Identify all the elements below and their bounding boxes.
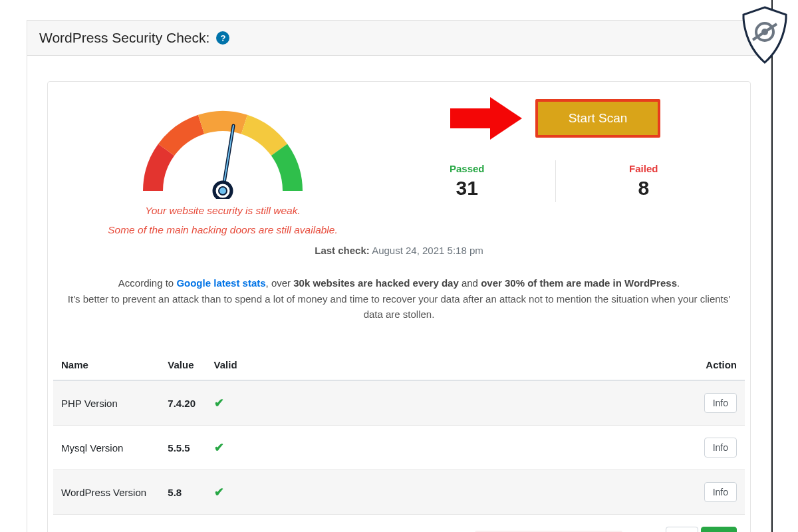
failed-label: Failed (556, 163, 732, 174)
row-valid: ✔ (206, 470, 653, 515)
info-button[interactable]: Info (666, 527, 698, 532)
col-name: Name (53, 350, 160, 380)
row-value: 7.4.20 (160, 380, 205, 426)
row-action: InfoFix it (653, 515, 745, 533)
failed-stat: Failed 8 (555, 160, 732, 202)
row-valid: ✖ Disable WP_DEBUG for live websites in … (206, 515, 653, 533)
info-button[interactable]: Info (704, 438, 737, 458)
fix-button[interactable]: Fix it (701, 527, 737, 532)
info-paragraph: According to Google latest stats, over 3… (53, 276, 745, 336)
check-icon: ✔ (214, 485, 224, 499)
row-action: Info (653, 470, 745, 515)
info-button[interactable]: Info (704, 482, 737, 502)
row-action: Info (653, 426, 745, 470)
col-value: Value (160, 350, 205, 380)
row-valid: ✔ (206, 426, 653, 470)
passed-count: 31 (379, 177, 555, 200)
row-value: 5.5.5 (160, 426, 205, 470)
check-icon: ✔ (214, 396, 224, 410)
last-check-value: August 24, 2021 5:18 pm (372, 245, 483, 256)
page-title: WordPress Security Check: (39, 30, 209, 46)
start-scan-button[interactable]: Start Scan (535, 99, 661, 138)
row-name: PHP Version (53, 380, 160, 426)
info-button[interactable]: Info (704, 393, 737, 413)
col-action: Action (653, 350, 745, 380)
arrow-right-icon (450, 95, 523, 142)
passed-label: Passed (379, 163, 555, 174)
check-icon: ✔ (214, 441, 224, 454)
row-name: Mysql Version (53, 426, 160, 470)
table-row: Mysql Version5.5.5✔Info (53, 426, 745, 470)
vertical-divider (771, 0, 773, 532)
row-name: WordPress Version (53, 470, 160, 515)
failed-count: 8 (556, 177, 732, 200)
table-row: WordPress Version5.8✔Info (53, 470, 745, 515)
row-value: 5.8 (160, 470, 205, 515)
page-header: WordPress Security Check: ? (27, 20, 771, 56)
svg-point-6 (219, 187, 227, 195)
last-check-text: Last check: August 24, 2021 5:18 pm (53, 245, 745, 256)
gauge-icon (130, 99, 316, 199)
passed-stat: Passed 31 (379, 160, 555, 202)
shield-logo-icon (738, 5, 791, 65)
security-card: Your website security is still weak. Som… (47, 81, 751, 532)
security-warning-line2: Some of the main hacking doors are still… (66, 222, 379, 237)
last-check-label: Last check: (315, 245, 370, 256)
table-row: WP Debug ModeYes✖ Disable WP_DEBUG for l… (53, 515, 745, 533)
col-valid: Valid (206, 350, 653, 380)
security-warning-line1: Your website security is still weak. (66, 203, 379, 218)
table-row: PHP Version7.4.20✔Info (53, 380, 745, 426)
row-value: Yes (160, 515, 205, 533)
row-action: Info (653, 380, 745, 426)
help-icon[interactable]: ? (216, 31, 229, 45)
security-table: Name Value Valid Action PHP Version7.4.2… (53, 350, 745, 532)
row-name: WP Debug Mode (53, 515, 160, 533)
google-stats-link[interactable]: Google latest stats (176, 277, 265, 289)
row-valid: ✔ (206, 380, 653, 426)
